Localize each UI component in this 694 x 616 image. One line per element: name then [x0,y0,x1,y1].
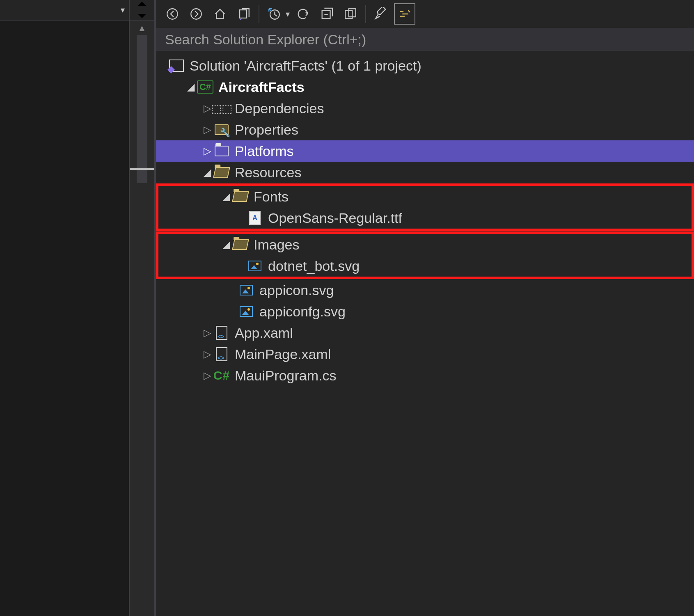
forward-button[interactable] [186,3,207,25]
highlight-fonts-group: ◢ Fonts A OpenSans-Regular.ttf [156,183,694,231]
fonts-label: Fonts [254,189,289,205]
xaml-file-icon [213,346,230,362]
tree-item-dotnet-bot[interactable]: dotnet_bot.svg [158,255,692,277]
expander-open-icon[interactable]: ◢ [220,239,232,250]
search-input[interactable]: Search Solution Explorer (Ctrl+;) [156,28,694,51]
editor-gutter: ▾ ▲ [0,0,156,616]
sync-button[interactable] [292,3,314,25]
expander-closed-icon[interactable]: ▷ [201,370,213,381]
solution-node[interactable]: Solution 'AircraftFacts' (1 of 1 project… [156,55,694,76]
tree-item-properties[interactable]: ▷ Properties [156,119,694,140]
platforms-label: Platforms [235,143,294,159]
tree-item-app-xaml[interactable]: ▷ App.xaml [156,322,694,343]
tree-item-platforms[interactable]: ▷ Platforms [156,140,694,162]
properties-label: Properties [235,122,298,138]
expander-closed-icon[interactable]: ▷ [201,124,213,135]
scroll-marker [130,168,154,170]
tree-item-images[interactable]: ◢ Images [158,234,692,255]
solution-explorer-panel: ▾ Search Solution Explorer (Ctrl+;) Solu… [156,0,694,616]
editor-scrollbar[interactable]: ▲ [130,0,154,616]
svg-rect-2 [240,10,247,18]
pending-changes-filter-button[interactable] [263,3,285,25]
mainpage-label: MainPage.xaml [235,346,331,362]
mauiprogram-label: MauiProgram.cs [235,368,337,384]
bot-file-label: dotnet_bot.svg [268,258,360,274]
folder-icon [213,143,230,159]
csharp-project-icon: C# [197,79,213,95]
preview-selected-button[interactable] [394,3,415,25]
scroll-up-icon[interactable]: ▲ [137,23,147,34]
back-button[interactable] [162,3,183,25]
home-button[interactable] [209,3,231,25]
expander-closed-icon[interactable]: ▷ [201,348,213,360]
xaml-file-icon [213,325,230,341]
tree-item-mainpage-xaml[interactable]: ▷ MainPage.xaml [156,343,694,365]
editor-area: ▾ [0,0,130,616]
image-file-icon [247,258,263,274]
toolbar-separator [365,5,366,23]
expander-open-icon[interactable]: ◢ [201,167,213,178]
properties-icon [213,121,230,138]
svg-point-0 [167,9,178,19]
dependencies-label: Dependencies [235,101,324,117]
folder-open-icon [213,164,230,181]
expander-open-icon[interactable]: ◢ [220,191,232,202]
folder-open-icon [232,188,249,205]
dropdown-caret-icon[interactable]: ▾ [286,9,290,19]
image-file-icon [238,303,254,320]
dependencies-icon: ⬚⬚ [213,100,230,117]
folder-open-icon [232,236,249,253]
dropdown-arrow-icon: ▾ [121,5,125,15]
expander-closed-icon[interactable]: ▷ [201,145,213,157]
solution-explorer-toolbar: ▾ [156,0,694,28]
properties-button[interactable] [370,3,392,25]
project-label: AircraftFacts [218,79,305,95]
expander-open-icon[interactable]: ◢ [185,81,197,93]
svg-point-1 [191,9,202,19]
show-all-files-button[interactable] [340,3,361,25]
project-node[interactable]: ◢ C# AircraftFacts [156,76,694,98]
nav-dropdown[interactable]: ▾ [0,0,129,21]
font-file-icon: A [247,210,263,226]
appiconfg-label: appiconfg.svg [259,304,346,320]
appicon-label: appicon.svg [259,282,334,298]
expander-closed-icon[interactable]: ▷ [201,327,213,339]
scroll-thumb[interactable] [137,35,147,183]
image-file-icon [238,282,254,298]
toolbar-separator [259,5,259,23]
highlight-images-group: ◢ Images dotnet_bot.svg [156,231,694,279]
tree-item-mauiprogram[interactable]: ▷ C# MauiProgram.cs [156,365,694,386]
tree-item-fonts[interactable]: ◢ Fonts [158,186,692,207]
tree-item-dependencies[interactable]: ▷ ⬚⬚ Dependencies [156,98,694,119]
tree-item-font-file[interactable]: A OpenSans-Regular.ttf [158,207,692,229]
switch-views-button[interactable] [233,3,254,25]
tree-item-resources[interactable]: ◢ Resources [156,162,694,183]
solution-tree: Solution 'AircraftFacts' (1 of 1 project… [156,51,694,616]
collapse-all-button[interactable] [316,3,337,25]
font-file-label: OpenSans-Regular.ttf [268,210,402,226]
appxaml-label: App.xaml [235,325,293,341]
images-label: Images [254,237,300,253]
solution-icon [168,57,185,74]
tree-item-appiconfg[interactable]: appiconfg.svg [156,301,694,322]
resources-label: Resources [235,165,302,181]
split-view-button[interactable] [130,0,154,21]
csharp-file-icon: C# [213,367,230,384]
solution-label: Solution 'AircraftFacts' (1 of 1 project… [190,58,421,74]
tree-item-appicon[interactable]: appicon.svg [156,279,694,301]
